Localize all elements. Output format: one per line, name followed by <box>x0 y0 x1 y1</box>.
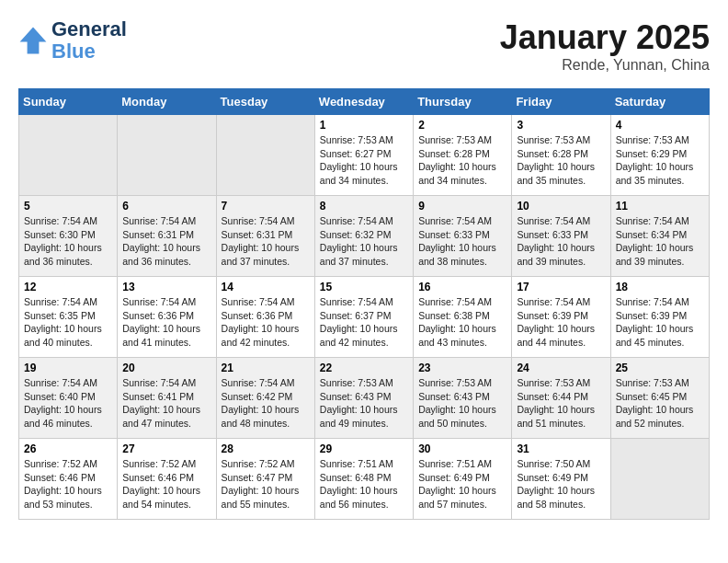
day-number: 14 <box>222 281 310 293</box>
day-info: Sunrise: 7:54 AM Sunset: 6:35 PM Dayligh… <box>24 295 112 350</box>
day-info: Sunrise: 7:54 AM Sunset: 6:40 PM Dayligh… <box>24 376 112 431</box>
calendar-row-2: 12Sunrise: 7:54 AM Sunset: 6:35 PM Dayli… <box>19 277 710 358</box>
calendar-cell: 9Sunrise: 7:54 AM Sunset: 6:33 PM Daylig… <box>414 196 512 277</box>
day-number: 20 <box>122 362 210 374</box>
day-info: Sunrise: 7:54 AM Sunset: 6:42 PM Dayligh… <box>222 376 310 431</box>
day-number: 26 <box>24 442 112 455</box>
day-number: 23 <box>418 362 506 374</box>
calendar-row-1: 5Sunrise: 7:54 AM Sunset: 6:30 PM Daylig… <box>19 196 710 277</box>
day-info: Sunrise: 7:54 AM Sunset: 6:31 PM Dayligh… <box>122 214 210 269</box>
calendar-cell: 3Sunrise: 7:53 AM Sunset: 6:28 PM Daylig… <box>512 115 610 196</box>
calendar-cell: 30Sunrise: 7:51 AM Sunset: 6:49 PM Dayli… <box>414 439 512 520</box>
calendar-cell: 10Sunrise: 7:54 AM Sunset: 6:33 PM Dayli… <box>512 196 610 277</box>
weekday-header-thursday: Thursday <box>414 89 512 115</box>
day-number: 16 <box>418 281 506 293</box>
day-number: 6 <box>122 200 210 213</box>
weekday-header-sunday: Sunday <box>19 89 118 115</box>
calendar-cell: 15Sunrise: 7:54 AM Sunset: 6:37 PM Dayli… <box>314 277 413 358</box>
calendar-row-4: 26Sunrise: 7:52 AM Sunset: 6:46 PM Dayli… <box>19 439 710 520</box>
day-number: 18 <box>616 281 704 293</box>
calendar-cell: 7Sunrise: 7:54 AM Sunset: 6:31 PM Daylig… <box>216 196 314 277</box>
day-info: Sunrise: 7:52 AM Sunset: 6:46 PM Dayligh… <box>24 457 112 511</box>
day-number: 2 <box>418 119 506 132</box>
calendar-cell: 29Sunrise: 7:51 AM Sunset: 6:48 PM Dayli… <box>314 439 413 520</box>
day-info: Sunrise: 7:54 AM Sunset: 6:36 PM Dayligh… <box>122 295 210 350</box>
calendar-cell: 6Sunrise: 7:54 AM Sunset: 6:31 PM Daylig… <box>118 196 216 277</box>
day-number: 7 <box>222 200 310 213</box>
day-info: Sunrise: 7:54 AM Sunset: 6:39 PM Dayligh… <box>616 295 704 350</box>
day-info: Sunrise: 7:51 AM Sunset: 6:48 PM Dayligh… <box>320 457 408 511</box>
page-header: General Blue January 2025 Rende, Yunnan,… <box>18 18 710 74</box>
calendar-cell <box>19 115 118 196</box>
calendar-cell: 27Sunrise: 7:52 AM Sunset: 6:46 PM Dayli… <box>118 439 216 520</box>
day-number: 27 <box>122 442 210 455</box>
day-info: Sunrise: 7:50 AM Sunset: 6:49 PM Dayligh… <box>517 457 605 511</box>
calendar-cell: 19Sunrise: 7:54 AM Sunset: 6:40 PM Dayli… <box>19 358 118 439</box>
day-info: Sunrise: 7:53 AM Sunset: 6:43 PM Dayligh… <box>418 376 506 431</box>
calendar-cell: 22Sunrise: 7:53 AM Sunset: 6:43 PM Dayli… <box>314 358 413 439</box>
day-info: Sunrise: 7:53 AM Sunset: 6:44 PM Dayligh… <box>517 376 605 431</box>
calendar-cell: 4Sunrise: 7:53 AM Sunset: 6:29 PM Daylig… <box>610 115 709 196</box>
day-number: 12 <box>24 281 112 293</box>
subtitle: Rende, Yunnan, China <box>500 57 710 74</box>
calendar-cell <box>118 115 216 196</box>
calendar-cell <box>610 439 709 520</box>
day-info: Sunrise: 7:53 AM Sunset: 6:28 PM Dayligh… <box>418 133 506 188</box>
day-info: Sunrise: 7:54 AM Sunset: 6:34 PM Dayligh… <box>616 214 704 269</box>
weekday-header-friday: Friday <box>512 89 610 115</box>
day-info: Sunrise: 7:54 AM Sunset: 6:37 PM Dayligh… <box>320 295 408 350</box>
calendar-cell: 1Sunrise: 7:53 AM Sunset: 6:27 PM Daylig… <box>314 115 413 196</box>
day-number: 17 <box>517 281 605 293</box>
logo: General Blue <box>18 18 127 63</box>
weekday-header-row: SundayMondayTuesdayWednesdayThursdayFrid… <box>19 89 710 115</box>
day-info: Sunrise: 7:54 AM Sunset: 6:31 PM Dayligh… <box>222 214 310 269</box>
calendar-cell: 5Sunrise: 7:54 AM Sunset: 6:30 PM Daylig… <box>19 196 118 277</box>
calendar-cell: 2Sunrise: 7:53 AM Sunset: 6:28 PM Daylig… <box>414 115 512 196</box>
day-number: 31 <box>517 442 605 455</box>
calendar-row-0: 1Sunrise: 7:53 AM Sunset: 6:27 PM Daylig… <box>19 115 710 196</box>
day-number: 28 <box>222 442 310 455</box>
logo-icon <box>18 26 48 55</box>
calendar-cell: 8Sunrise: 7:54 AM Sunset: 6:32 PM Daylig… <box>314 196 413 277</box>
calendar-cell: 14Sunrise: 7:54 AM Sunset: 6:36 PM Dayli… <box>216 277 314 358</box>
day-number: 29 <box>320 442 408 455</box>
calendar-cell: 28Sunrise: 7:52 AM Sunset: 6:47 PM Dayli… <box>216 439 314 520</box>
day-number: 24 <box>517 362 605 374</box>
calendar-cell: 24Sunrise: 7:53 AM Sunset: 6:44 PM Dayli… <box>512 358 610 439</box>
day-number: 15 <box>320 281 408 293</box>
day-number: 10 <box>517 200 605 213</box>
day-number: 21 <box>222 362 310 374</box>
calendar-row-3: 19Sunrise: 7:54 AM Sunset: 6:40 PM Dayli… <box>19 358 710 439</box>
day-info: Sunrise: 7:54 AM Sunset: 6:33 PM Dayligh… <box>517 214 605 269</box>
day-info: Sunrise: 7:54 AM Sunset: 6:30 PM Dayligh… <box>24 214 112 269</box>
day-number: 3 <box>517 119 605 132</box>
weekday-header-wednesday: Wednesday <box>314 89 413 115</box>
calendar-cell: 17Sunrise: 7:54 AM Sunset: 6:39 PM Dayli… <box>512 277 610 358</box>
day-info: Sunrise: 7:53 AM Sunset: 6:27 PM Dayligh… <box>320 133 408 188</box>
day-number: 9 <box>418 200 506 213</box>
day-number: 4 <box>616 119 704 132</box>
day-info: Sunrise: 7:53 AM Sunset: 6:29 PM Dayligh… <box>616 133 704 188</box>
day-info: Sunrise: 7:54 AM Sunset: 6:39 PM Dayligh… <box>517 295 605 350</box>
calendar-cell: 13Sunrise: 7:54 AM Sunset: 6:36 PM Dayli… <box>118 277 216 358</box>
day-info: Sunrise: 7:54 AM Sunset: 6:41 PM Dayligh… <box>122 376 210 431</box>
calendar-cell: 21Sunrise: 7:54 AM Sunset: 6:42 PM Dayli… <box>216 358 314 439</box>
day-info: Sunrise: 7:54 AM Sunset: 6:36 PM Dayligh… <box>222 295 310 350</box>
day-number: 19 <box>24 362 112 374</box>
calendar-cell <box>216 115 314 196</box>
day-number: 30 <box>418 442 506 455</box>
calendar-cell: 20Sunrise: 7:54 AM Sunset: 6:41 PM Dayli… <box>118 358 216 439</box>
weekday-header-saturday: Saturday <box>610 89 709 115</box>
calendar-cell: 11Sunrise: 7:54 AM Sunset: 6:34 PM Dayli… <box>610 196 709 277</box>
day-number: 1 <box>320 119 408 132</box>
day-number: 22 <box>320 362 408 374</box>
weekday-header-tuesday: Tuesday <box>216 89 314 115</box>
logo-text: General Blue <box>51 18 127 63</box>
calendar-cell: 23Sunrise: 7:53 AM Sunset: 6:43 PM Dayli… <box>414 358 512 439</box>
calendar-cell: 25Sunrise: 7:53 AM Sunset: 6:45 PM Dayli… <box>610 358 709 439</box>
calendar-cell: 31Sunrise: 7:50 AM Sunset: 6:49 PM Dayli… <box>512 439 610 520</box>
day-info: Sunrise: 7:54 AM Sunset: 6:38 PM Dayligh… <box>418 295 506 350</box>
day-info: Sunrise: 7:54 AM Sunset: 6:32 PM Dayligh… <box>320 214 408 269</box>
weekday-header-monday: Monday <box>118 89 216 115</box>
day-info: Sunrise: 7:53 AM Sunset: 6:43 PM Dayligh… <box>320 376 408 431</box>
